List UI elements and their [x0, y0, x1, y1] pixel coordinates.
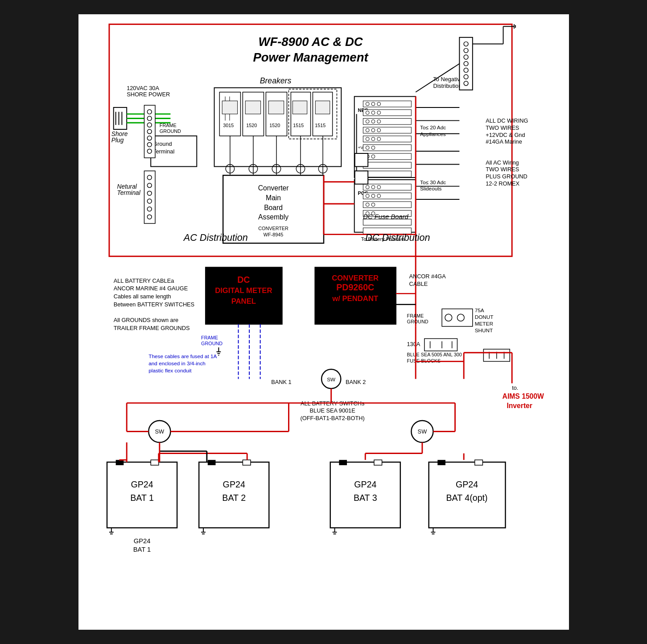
svg-text:Between BATTERY SWITCHES: Between BATTERY SWITCHES	[113, 301, 194, 308]
svg-text:PD9260C: PD9260C	[336, 282, 374, 292]
svg-text:All GROUNDS shown are: All GROUNDS shown are	[113, 317, 178, 323]
svg-rect-37	[268, 101, 284, 114]
svg-text:#14GA Marine: #14GA Marine	[486, 138, 522, 145]
svg-text:BANK 1: BANK 1	[271, 379, 291, 385]
svg-text:Cables all same length: Cables all same length	[113, 293, 171, 300]
svg-text:Ground: Ground	[153, 140, 172, 147]
svg-text:to.: to.	[512, 384, 518, 391]
svg-text:FRAME: FRAME	[407, 313, 424, 318]
breakers-label: Breakers	[260, 76, 291, 85]
svg-text:AIMS 1500W: AIMS 1500W	[502, 392, 544, 400]
svg-rect-98	[363, 202, 411, 208]
svg-rect-72	[363, 136, 411, 142]
svg-rect-71	[363, 127, 411, 133]
svg-text:PANEL: PANEL	[231, 297, 256, 305]
svg-rect-70	[363, 118, 411, 124]
svg-text:To≤ 30 Adc: To≤ 30 Adc	[420, 179, 445, 185]
svg-text:TRAILER FRAME GROUNDS: TRAILER FRAME GROUNDS	[113, 325, 190, 331]
svg-rect-68	[363, 101, 411, 107]
svg-rect-239	[207, 460, 215, 465]
svg-rect-44	[315, 101, 330, 114]
svg-rect-232	[151, 460, 159, 465]
svg-text:CONVERTER: CONVERTER	[332, 274, 379, 282]
svg-text:BAT 4(opt): BAT 4(opt)	[446, 493, 487, 503]
svg-text:ANCOR MARINE #4 GAUGE: ANCOR MARINE #4 GAUGE	[113, 285, 187, 292]
svg-text:+12VDC & Gnd: +12VDC & Gnd	[486, 132, 525, 138]
svg-text:BAT 2: BAT 2	[222, 493, 246, 503]
svg-text:DC: DC	[237, 275, 250, 285]
svg-rect-76	[363, 171, 411, 177]
svg-text:BAT 1: BAT 1	[130, 493, 154, 503]
svg-rect-231	[115, 460, 124, 465]
svg-text:plastic flex conduit: plastic flex conduit	[148, 367, 192, 373]
svg-text:BANK 2: BANK 2	[346, 379, 366, 385]
svg-rect-74	[363, 153, 411, 160]
svg-rect-248	[374, 460, 382, 465]
svg-text:WF-8945: WF-8945	[263, 232, 283, 237]
svg-text:GP24: GP24	[223, 479, 245, 489]
svg-text:GP24: GP24	[455, 479, 478, 489]
diagram-container: WF-8900 AC & DC Power Management Breaker…	[78, 14, 569, 630]
shore-power-label: 120VAC 30A	[127, 85, 159, 91]
svg-text:DC Fuse Board: DC Fuse Board	[363, 213, 408, 220]
svg-rect-31	[222, 101, 237, 114]
neutral-terminal-label: Netural	[117, 183, 137, 190]
svg-text:TWO WIRES: TWO WIRES	[486, 124, 519, 131]
main-title-line1: WF-8900 AC & DC	[258, 35, 363, 49]
battery-cables-label: ALL BATTERY CABLEa	[113, 277, 174, 284]
svg-rect-112	[354, 153, 367, 166]
frame-ground-label2: GROUND	[159, 128, 181, 134]
svg-text:FRAME: FRAME	[201, 335, 218, 340]
svg-rect-256	[474, 460, 482, 465]
shore-plug-label: Shore	[111, 131, 128, 137]
main-title-line2: Power Management	[253, 50, 369, 64]
svg-rect-34	[245, 101, 260, 114]
svg-rect-41	[293, 101, 307, 114]
svg-text:Slideouts: Slideouts	[420, 186, 441, 191]
svg-rect-96	[363, 184, 411, 190]
svg-text:1515: 1515	[293, 123, 304, 128]
svg-text:GROUND: GROUND	[407, 319, 428, 324]
svg-text:GP24: GP24	[354, 479, 376, 489]
svg-text:To≤ 20 Adc: To≤ 20 Adc	[420, 124, 445, 130]
svg-text:Board: Board	[264, 204, 283, 211]
svg-text:ANCOR #4GA: ANCOR #4GA	[409, 273, 446, 280]
svg-text:SW: SW	[327, 376, 336, 382]
svg-text:1515: 1515	[315, 123, 326, 128]
svg-rect-114	[459, 37, 472, 90]
svg-text:75A: 75A	[474, 307, 484, 313]
svg-text:Inverter: Inverter	[507, 402, 532, 409]
all-dc-wiring: ALL DC WIRING	[486, 117, 528, 124]
svg-text:SHUNT: SHUNT	[474, 327, 493, 333]
svg-text:1520: 1520	[246, 123, 257, 128]
svg-text:and enclosed in 3/4-inch: and enclosed in 3/4-inch	[148, 360, 206, 366]
svg-text:12-2 ROMEX: 12-2 ROMEX	[486, 180, 519, 187]
svg-text:CONVERTER: CONVERTER	[258, 226, 288, 231]
bat1-label: GP24	[133, 537, 150, 545]
svg-text:w/ PENDANT: w/ PENDANT	[332, 294, 379, 303]
ac-distribution-label: AC Distribution	[182, 232, 247, 243]
svg-rect-75	[363, 162, 411, 169]
svg-text:GROUND: GROUND	[201, 341, 223, 346]
svg-text:CABLE: CABLE	[409, 281, 428, 287]
bat1-label2: BAT 1	[133, 546, 151, 553]
svg-text:BAT 3: BAT 3	[353, 493, 377, 503]
svg-text:METER: METER	[474, 321, 493, 326]
svg-text:All AC Wiring: All AC Wiring	[486, 159, 519, 166]
svg-text:BLUE SEA 9001E: BLUE SEA 9001E	[309, 407, 355, 414]
svg-text:These cables are fused at 1A: These cables are fused at 1A	[148, 353, 217, 359]
breaker-3015: 3015	[223, 123, 234, 128]
svg-rect-255	[437, 460, 445, 465]
to-negative-dist: To Negative	[433, 76, 463, 83]
svg-text:(OFF-BAT1-BAT2-BOTH): (OFF-BAT1-BAT2-BOTH)	[300, 415, 364, 421]
svg-text:GP24: GP24	[131, 479, 153, 489]
svg-rect-113	[354, 171, 367, 184]
shore-plug-label2: Plug	[111, 137, 124, 144]
shore-power-label2: SHORE POWER	[127, 91, 170, 98]
svg-text:PLUS GROUND: PLUS GROUND	[486, 173, 527, 180]
svg-text:1520: 1520	[269, 123, 280, 128]
svg-text:Assembly: Assembly	[258, 213, 288, 221]
svg-rect-247	[339, 460, 347, 465]
svg-text:Converter: Converter	[258, 184, 288, 192]
svg-rect-97	[363, 193, 411, 199]
